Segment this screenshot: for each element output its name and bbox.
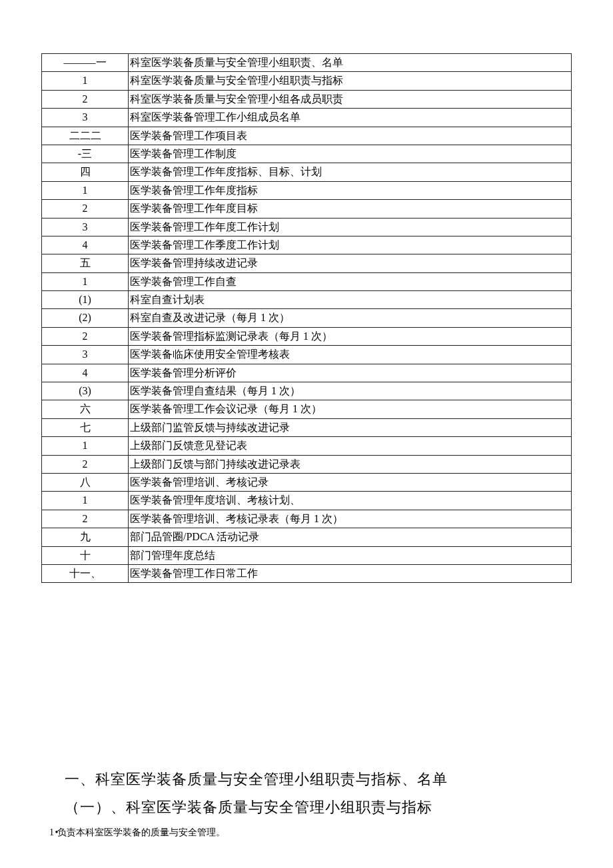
toc-num: 1 bbox=[42, 272, 129, 290]
toc-desc: 医学装备管理工作制度 bbox=[129, 145, 572, 163]
body-text: 负责本科室医学装备的质量与安全管理。 bbox=[57, 827, 225, 837]
toc-desc: 上级部门反馈与部门持续改进记录表 bbox=[129, 455, 572, 473]
table-of-contents: ———一科室医学装备质量与安全管理小组职责、名单 1科室医学装备质量与安全管理小… bbox=[41, 53, 572, 583]
toc-desc: 科室自查及改进记录（每月 1 次） bbox=[129, 309, 572, 327]
table-row: 七上级部门监管反馈与持续改进记录 bbox=[42, 418, 572, 436]
toc-desc: 医学装备管理年度培训、考核计划、 bbox=[129, 492, 572, 510]
toc-desc: 科室医学装备管理工作小组成员名单 bbox=[129, 109, 572, 127]
table-row: 十一、医学装备管理工作日常工作 bbox=[42, 564, 572, 582]
toc-num: 1 bbox=[42, 72, 129, 90]
table-row: 五医学装备管理持续改进记录 bbox=[42, 254, 572, 272]
toc-num: (1) bbox=[42, 291, 129, 309]
table-row: 4医学装备管理分析评价 bbox=[42, 364, 572, 382]
toc-desc: 医学装备管理工作项目表 bbox=[129, 127, 572, 145]
toc-num: 五 bbox=[42, 254, 129, 272]
toc-desc: 上级部门监管反馈与持续改进记录 bbox=[129, 418, 572, 436]
toc-num: 2 bbox=[42, 327, 129, 345]
toc-desc: 科室医学装备质量与安全管理小组各成员职责 bbox=[129, 90, 572, 108]
table-row: (3)医学装备管理自查结果（每月 1 次） bbox=[42, 382, 572, 400]
page-container: ———一科室医学装备质量与安全管理小组职责、名单 1科室医学装备质量与安全管理小… bbox=[0, 0, 613, 868]
table-row: 3医学装备管理工作年度工作计划 bbox=[42, 218, 572, 236]
toc-desc: 科室自查计划表 bbox=[129, 291, 572, 309]
toc-desc: 医学装备管理培训、考核记录表（每月 1 次） bbox=[129, 510, 572, 528]
table-row: 2上级部门反馈与部门持续改进记录表 bbox=[42, 455, 572, 473]
toc-num: 4 bbox=[42, 364, 129, 382]
table-row: 3医学装备临床使用安全管理考核表 bbox=[42, 346, 572, 364]
table-row: 3科室医学装备管理工作小组成员名单 bbox=[42, 109, 572, 127]
table-row: ———一科室医学装备质量与安全管理小组职责、名单 bbox=[42, 54, 572, 72]
table-row: 十部门管理年度总结 bbox=[42, 546, 572, 564]
table-row: 2科室医学装备质量与安全管理小组各成员职责 bbox=[42, 90, 572, 108]
toc-desc: 医学装备管理工作年度指标、目标、计划 bbox=[129, 163, 572, 181]
toc-desc: 医学装备管理工作年度目标 bbox=[129, 200, 572, 218]
toc-num: 3 bbox=[42, 218, 129, 236]
toc-num: 九 bbox=[42, 528, 129, 546]
table-row: 4医学装备管理工作季度工作计划 bbox=[42, 236, 572, 254]
toc-num: 1 bbox=[42, 437, 129, 455]
section-heading-1: 一、科室医学装备质量与安全管理小组职责与指标、名单 bbox=[65, 769, 565, 789]
toc-num: 2 bbox=[42, 200, 129, 218]
toc-desc: 医学装备管理工作日常工作 bbox=[129, 564, 572, 582]
toc-desc: 医学装备管理工作年度指标 bbox=[129, 181, 572, 199]
toc-num: (2) bbox=[42, 309, 129, 327]
table-row: 二二二医学装备管理工作项目表 bbox=[42, 127, 572, 145]
toc-desc: 部门管理年度总结 bbox=[129, 546, 572, 564]
toc-num: 六 bbox=[42, 400, 129, 418]
toc-body: ———一科室医学装备质量与安全管理小组职责、名单 1科室医学装备质量与安全管理小… bbox=[42, 54, 572, 583]
toc-num: 2 bbox=[42, 510, 129, 528]
toc-desc: 医学装备管理培训、考核记录 bbox=[129, 473, 572, 491]
toc-desc: 医学装备管理持续改进记录 bbox=[129, 254, 572, 272]
table-row: 1医学装备管理工作自查 bbox=[42, 272, 572, 290]
bullet-number: 1 • bbox=[49, 827, 57, 837]
table-row: 2医学装备管理工作年度目标 bbox=[42, 200, 572, 218]
toc-desc: 上级部门反馈意见登记表 bbox=[129, 437, 572, 455]
toc-desc: 医学装备管理工作季度工作计划 bbox=[129, 236, 572, 254]
toc-desc: 医学装备管理工作会议记录（每月 1 次） bbox=[129, 400, 572, 418]
toc-desc: 医学装备管理指标监测记录表（每月 1 次） bbox=[129, 327, 572, 345]
toc-desc: 医学装备管理分析评价 bbox=[129, 364, 572, 382]
toc-num: 1 bbox=[42, 492, 129, 510]
table-row: 1上级部门反馈意见登记表 bbox=[42, 437, 572, 455]
toc-desc: 科室医学装备质量与安全管理小组职责与指标 bbox=[129, 72, 572, 90]
table-row: 1科室医学装备质量与安全管理小组职责与指标 bbox=[42, 72, 572, 90]
table-row: 2医学装备管理指标监测记录表（每月 1 次） bbox=[42, 327, 572, 345]
toc-num: (3) bbox=[42, 382, 129, 400]
toc-num: 八 bbox=[42, 473, 129, 491]
toc-num: 4 bbox=[42, 236, 129, 254]
toc-num: 二二二 bbox=[42, 127, 129, 145]
toc-desc: 科室医学装备质量与安全管理小组职责、名单 bbox=[129, 54, 572, 72]
table-row: -三医学装备管理工作制度 bbox=[42, 145, 572, 163]
toc-num: 1 bbox=[42, 181, 129, 199]
toc-num: 3 bbox=[42, 346, 129, 364]
toc-desc: 医学装备管理自查结果（每月 1 次） bbox=[129, 382, 572, 400]
table-row: (1)科室自查计划表 bbox=[42, 291, 572, 309]
toc-num: 七 bbox=[42, 418, 129, 436]
toc-num: -三 bbox=[42, 145, 129, 163]
section-heading-2: （一）、科室医学装备质量与安全管理小组职责与指标 bbox=[65, 797, 565, 817]
body-line-1: 1 •负责本科室医学装备的质量与安全管理。 bbox=[49, 827, 565, 839]
toc-desc: 部门品管圈/PDCA 活动记录 bbox=[129, 528, 572, 546]
table-row: 1医学装备管理年度培训、考核计划、 bbox=[42, 492, 572, 510]
toc-num: 2 bbox=[42, 90, 129, 108]
table-row: 九部门品管圈/PDCA 活动记录 bbox=[42, 528, 572, 546]
table-row: 1医学装备管理工作年度指标 bbox=[42, 181, 572, 199]
toc-num: ———一 bbox=[42, 54, 129, 72]
section-body: 一、科室医学装备质量与安全管理小组职责与指标、名单 （一）、科室医学装备质量与安… bbox=[41, 769, 572, 839]
toc-desc: 医学装备临床使用安全管理考核表 bbox=[129, 346, 572, 364]
toc-desc: 医学装备管理工作年度工作计划 bbox=[129, 218, 572, 236]
table-row: 八医学装备管理培训、考核记录 bbox=[42, 473, 572, 491]
toc-num: 十一、 bbox=[42, 564, 129, 582]
table-row: (2)科室自查及改进记录（每月 1 次） bbox=[42, 309, 572, 327]
toc-num: 四 bbox=[42, 163, 129, 181]
toc-num: 2 bbox=[42, 455, 129, 473]
toc-num: 十 bbox=[42, 546, 129, 564]
table-row: 四医学装备管理工作年度指标、目标、计划 bbox=[42, 163, 572, 181]
table-row: 2医学装备管理培训、考核记录表（每月 1 次） bbox=[42, 510, 572, 528]
toc-num: 3 bbox=[42, 109, 129, 127]
table-row: 六医学装备管理工作会议记录（每月 1 次） bbox=[42, 400, 572, 418]
toc-desc: 医学装备管理工作自查 bbox=[129, 272, 572, 290]
